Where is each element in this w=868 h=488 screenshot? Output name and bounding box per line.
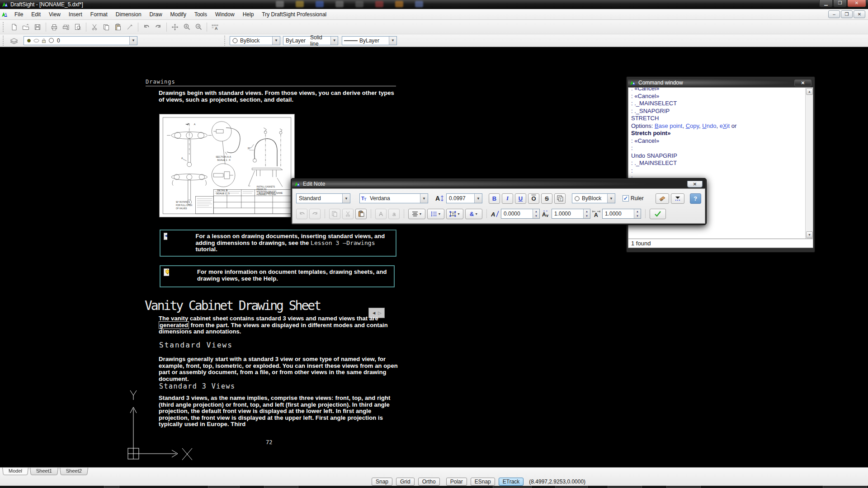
menu-draw[interactable]: Draw bbox=[146, 9, 166, 19]
save-button[interactable] bbox=[32, 22, 43, 33]
font-combo[interactable]: TT Verdana ▼ bbox=[359, 193, 428, 203]
arrow-right-icon[interactable]: ▷ bbox=[378, 310, 382, 315]
text-style-combo[interactable]: Standard ▼ bbox=[296, 193, 350, 203]
command-window-close-button[interactable]: ✕ bbox=[794, 80, 811, 86]
paste-button[interactable] bbox=[112, 22, 124, 33]
snap-toggle[interactable]: Snap bbox=[372, 478, 392, 486]
edit-note-titlebar[interactable]: Edit Note ✕ bbox=[292, 179, 705, 188]
scroll-up-icon[interactable]: ▲ bbox=[806, 88, 813, 95]
spin-down-icon[interactable]: ▼ bbox=[634, 214, 641, 218]
undo-button[interactable] bbox=[141, 22, 152, 33]
zoom-previous-button[interactable] bbox=[193, 22, 204, 33]
menu-format[interactable]: Format bbox=[86, 9, 112, 19]
menu-file[interactable]: File bbox=[10, 9, 27, 19]
command-option-link[interactable]: eXit bbox=[720, 122, 730, 129]
symbol-dropdown[interactable]: &▼ bbox=[465, 209, 482, 219]
cut-button[interactable] bbox=[89, 22, 100, 33]
toolbar-grip[interactable] bbox=[3, 22, 6, 32]
menu-tools[interactable]: Tools bbox=[190, 9, 211, 19]
chevron-down-icon[interactable]: ▼ bbox=[389, 37, 396, 45]
chevron-down-icon[interactable]: ▼ bbox=[330, 37, 338, 45]
note-color-combo[interactable]: ByBlock ▼ bbox=[572, 193, 615, 203]
command-window[interactable]: Command window ✕ : «Cancel»: «Cancel»: .… bbox=[626, 76, 815, 253]
note-paste-button[interactable] bbox=[355, 209, 367, 219]
alignment-dropdown[interactable]: ▼ bbox=[408, 209, 425, 219]
stack-text-button[interactable]: T bbox=[554, 193, 566, 204]
pan-button[interactable] bbox=[169, 22, 181, 33]
note-copy-button[interactable] bbox=[329, 209, 340, 219]
mdi-close-button[interactable]: ✕ bbox=[854, 10, 865, 18]
menu-view[interactable]: View bbox=[45, 9, 65, 19]
tracking-spinner[interactable]: 1.0000 ▲▼ bbox=[552, 209, 590, 219]
zoom-dynamic-button[interactable] bbox=[181, 22, 193, 33]
oblique-angle-spinner[interactable]: 0.0000 ▲▼ bbox=[501, 209, 540, 219]
command-window-titlebar[interactable]: Command window ✕ bbox=[628, 78, 813, 87]
drawing-canvas[interactable]: Drawings Drawings begin with standard vi… bbox=[0, 47, 868, 467]
esnap-toggle[interactable]: ESnap bbox=[471, 478, 495, 486]
italic-button[interactable]: I bbox=[502, 193, 513, 204]
copy-button[interactable] bbox=[100, 22, 112, 33]
uppercase-button[interactable]: A bbox=[375, 209, 387, 219]
command-option-link[interactable]: Base point bbox=[655, 122, 682, 129]
text-frame-dropdown[interactable]: T▼ bbox=[446, 209, 463, 219]
menu-modify[interactable]: Modify bbox=[166, 9, 190, 19]
chevron-down-icon[interactable]: ▼ bbox=[474, 194, 482, 203]
restore-button[interactable]: ❐ bbox=[833, 0, 847, 7]
toolbar-grip[interactable] bbox=[3, 36, 6, 46]
spin-up-icon[interactable]: ▲ bbox=[533, 209, 539, 214]
menu-help[interactable]: Help bbox=[239, 9, 258, 19]
menu-window[interactable]: Window bbox=[211, 9, 239, 19]
menu-dimension[interactable]: Dimension bbox=[112, 9, 146, 19]
note-cut-button[interactable] bbox=[342, 209, 354, 219]
tab-sheet2[interactable]: Sheet2 bbox=[60, 468, 88, 475]
lineweight-combo[interactable]: ByLayer ▼ bbox=[342, 36, 397, 45]
spin-up-icon[interactable]: ▲ bbox=[634, 209, 641, 214]
new-button[interactable] bbox=[8, 22, 20, 33]
command-option-link[interactable]: Undo bbox=[702, 122, 716, 129]
menu-insert[interactable]: Insert bbox=[65, 9, 86, 19]
linestyle-combo[interactable]: ByLayer Solid line ▼ bbox=[283, 36, 338, 45]
strikethrough-button[interactable]: S bbox=[541, 193, 552, 204]
tab-sheet1[interactable]: Sheet1 bbox=[30, 468, 58, 475]
grid-toggle[interactable]: Grid bbox=[396, 478, 415, 486]
toolbar-grip[interactable] bbox=[224, 36, 228, 46]
chevron-down-icon[interactable]: ▼ bbox=[342, 194, 350, 203]
list-dropdown[interactable]: ▼ bbox=[427, 209, 444, 219]
layers-manager-button[interactable] bbox=[8, 35, 20, 46]
print-copies-button[interactable] bbox=[60, 22, 72, 33]
redo-button[interactable] bbox=[152, 22, 164, 33]
help-button[interactable]: ? bbox=[690, 193, 701, 204]
command-input-line[interactable]: 1 found bbox=[628, 239, 813, 248]
tab-model[interactable]: Model bbox=[2, 468, 28, 475]
linecolor-combo[interactable]: ByBlock ▼ bbox=[230, 36, 280, 45]
more-options-button[interactable] bbox=[671, 193, 684, 204]
format-painter-button[interactable]: A bbox=[656, 193, 669, 204]
note-undo-button[interactable] bbox=[296, 209, 307, 219]
ok-button[interactable] bbox=[650, 209, 666, 219]
menu-edit[interactable]: Edit bbox=[27, 9, 45, 19]
mdi-restore-button[interactable]: ❐ bbox=[841, 10, 853, 18]
command-window-scrollbar[interactable]: ▲ ▼ bbox=[805, 88, 813, 239]
command-option-link[interactable]: Copy bbox=[686, 122, 699, 129]
minimize-button[interactable]: ▁ bbox=[819, 0, 833, 7]
menu-try-professional[interactable]: Try DraftSight Professional bbox=[258, 9, 330, 19]
lowercase-button[interactable]: a bbox=[388, 209, 400, 219]
spin-up-icon[interactable]: ▲ bbox=[584, 209, 590, 214]
edit-note-close-button[interactable]: ✕ bbox=[687, 181, 703, 188]
chevron-down-icon[interactable]: ▼ bbox=[129, 37, 137, 45]
annotation-button[interactable]: A bbox=[209, 22, 221, 33]
width-factor-spinner[interactable]: 1.0000 ▲▼ bbox=[602, 209, 641, 219]
layer-combo[interactable]: 0 ▼ bbox=[24, 36, 137, 45]
spin-down-icon[interactable]: ▼ bbox=[584, 214, 590, 218]
edit-note-dialog[interactable]: Edit Note ✕ Standard ▼ TT Verdana ▼ bbox=[291, 178, 707, 225]
polar-toggle[interactable]: Polar bbox=[446, 478, 467, 486]
bold-button[interactable]: B bbox=[489, 193, 500, 204]
chevron-down-icon[interactable]: ▼ bbox=[272, 37, 280, 45]
etrack-toggle[interactable]: ETrack bbox=[499, 478, 524, 486]
print-button[interactable] bbox=[48, 22, 60, 33]
chevron-down-icon[interactable]: ▼ bbox=[607, 194, 615, 203]
ortho-toggle[interactable]: Ortho bbox=[418, 478, 440, 486]
chevron-down-icon[interactable]: ▼ bbox=[420, 194, 428, 203]
overline-button[interactable]: O bbox=[528, 193, 539, 204]
text-size-combo[interactable]: 0.0997 ▼ bbox=[446, 193, 482, 203]
